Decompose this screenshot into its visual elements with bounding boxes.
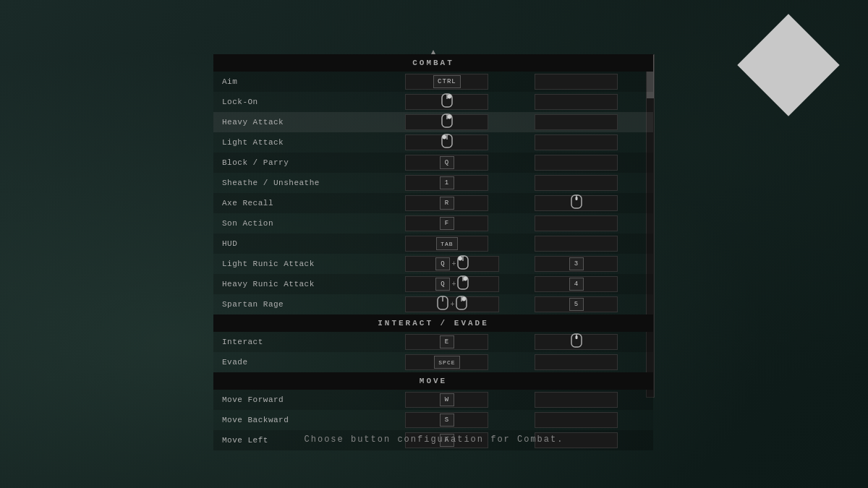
table-row[interactable]: Sheathe / Unsheathe 1	[213, 173, 653, 193]
secondary-binding[interactable]	[529, 193, 653, 213]
table-row[interactable]: Move Forward W	[213, 390, 653, 410]
table-row[interactable]: Interact E	[213, 332, 653, 352]
svg-rect-5	[447, 114, 451, 119]
secondary-binding[interactable]	[529, 72, 653, 92]
primary-binding[interactable]: Q+	[399, 254, 529, 274]
primary-binding[interactable]: S	[399, 410, 529, 430]
table-row[interactable]: Move Backward S	[213, 410, 653, 430]
table-row[interactable]: Heavy Runic Attack Q+ 4	[213, 274, 653, 294]
table-row[interactable]: Evade SPCE	[213, 352, 653, 372]
action-name: Move Forward	[213, 390, 399, 410]
table-row[interactable]: HUD TAB	[213, 234, 653, 254]
action-name: Interact	[213, 332, 399, 352]
secondary-binding[interactable]	[529, 173, 653, 193]
table-row[interactable]: Axe Recall R	[213, 193, 653, 213]
section-header-combat: COMBAT	[213, 54, 653, 72]
primary-binding[interactable]	[399, 92, 529, 112]
svg-rect-11	[575, 197, 577, 200]
table-row[interactable]: Light Runic Attack Q+ 3	[213, 254, 653, 274]
primary-binding[interactable]: F	[399, 213, 529, 234]
section-header-interact_evade: INTERACT / EVADE	[213, 314, 653, 332]
svg-rect-14	[459, 256, 463, 260]
action-name: Spartan Rage	[213, 294, 399, 314]
primary-binding[interactable]: Q+	[399, 274, 529, 294]
primary-binding[interactable]: SPCE	[399, 352, 529, 372]
primary-binding[interactable]	[399, 132, 529, 153]
status-text: Choose button configuration for Combat.	[0, 435, 868, 445]
keybinding-table: COMBAT Aim CTRL Lock-On Heavy Attack Lig…	[213, 54, 653, 450]
top-indicator	[213, 51, 653, 53]
secondary-binding[interactable]	[529, 92, 653, 112]
svg-rect-25	[575, 335, 577, 339]
secondary-binding[interactable]	[529, 410, 653, 430]
secondary-binding[interactable]: 5	[529, 294, 653, 314]
secondary-binding[interactable]	[529, 132, 653, 153]
primary-binding[interactable]: W	[399, 390, 529, 410]
primary-binding[interactable]: CTRL	[399, 72, 529, 92]
secondary-binding[interactable]	[529, 153, 653, 173]
action-name: Block / Parry	[213, 153, 399, 173]
primary-binding[interactable]: Q	[399, 153, 529, 173]
action-name: Heavy Attack	[213, 112, 399, 132]
secondary-binding[interactable]	[529, 352, 653, 372]
svg-rect-17	[464, 276, 468, 281]
action-name: Light Runic Attack	[213, 254, 399, 274]
svg-rect-8	[442, 134, 446, 139]
keybinding-panel: COMBAT Aim CTRL Lock-On Heavy Attack Lig…	[213, 54, 653, 450]
primary-binding[interactable]	[399, 112, 529, 132]
action-name: Sheathe / Unsheathe	[213, 173, 399, 193]
primary-binding[interactable]: E	[399, 332, 529, 352]
secondary-binding[interactable]: 3	[529, 254, 653, 274]
secondary-binding[interactable]	[529, 213, 653, 234]
action-name: Evade	[213, 352, 399, 372]
secondary-binding[interactable]	[529, 112, 653, 132]
table-row[interactable]: Lock-On	[213, 92, 653, 112]
action-name: Aim	[213, 72, 399, 92]
secondary-binding[interactable]: 4	[529, 274, 653, 294]
table-row[interactable]: Aim CTRL	[213, 72, 653, 92]
action-name: Heavy Runic Attack	[213, 274, 399, 294]
secondary-binding[interactable]	[529, 234, 653, 254]
secondary-binding[interactable]	[529, 332, 653, 352]
table-row[interactable]: Block / Parry Q	[213, 153, 653, 173]
primary-binding[interactable]: R	[399, 193, 529, 213]
primary-binding[interactable]: 1	[399, 173, 529, 193]
section-label-interact_evade: INTERACT / EVADE	[213, 314, 653, 332]
primary-binding[interactable]: TAB	[399, 234, 529, 254]
action-name: Son Action	[213, 213, 399, 234]
action-name: Lock-On	[213, 92, 399, 112]
table-row[interactable]: Light Attack	[213, 132, 653, 153]
section-label-move: MOVE	[213, 372, 653, 390]
table-row[interactable]: Son Action F	[213, 213, 653, 234]
action-name: Light Attack	[213, 132, 399, 153]
action-name: HUD	[213, 234, 399, 254]
svg-rect-2	[447, 94, 451, 98]
section-header-move: MOVE	[213, 372, 653, 390]
action-name: Axe Recall	[213, 193, 399, 213]
section-label-combat: COMBAT	[213, 54, 653, 72]
action-name: Move Backward	[213, 410, 399, 430]
secondary-binding[interactable]	[529, 390, 653, 410]
table-row[interactable]: Spartan Rage + 5	[213, 294, 653, 314]
primary-binding[interactable]: +	[399, 294, 529, 314]
svg-rect-22	[462, 296, 467, 301]
table-row[interactable]: Heavy Attack	[213, 112, 653, 132]
